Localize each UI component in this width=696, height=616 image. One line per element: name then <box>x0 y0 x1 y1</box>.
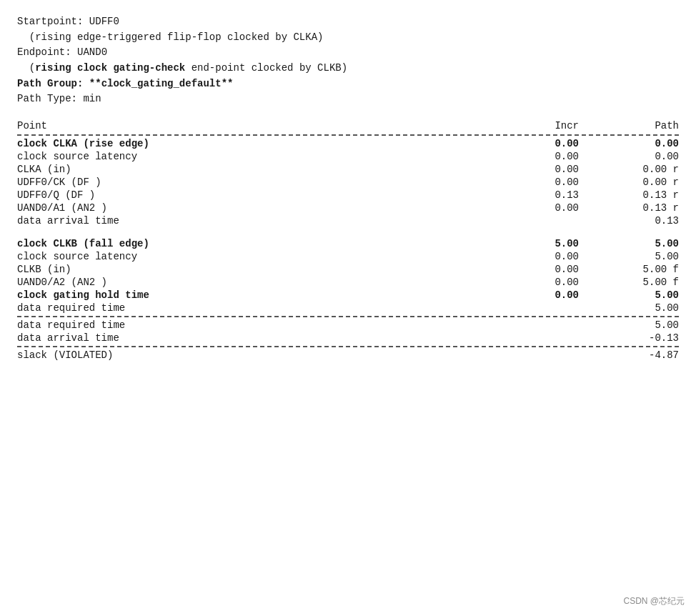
row-incr: 0.00 <box>522 202 607 214</box>
row-point: UDFF0/Q (DF ) <box>17 189 522 202</box>
row-incr <box>522 332 607 344</box>
row-path: -0.13 <box>607 332 679 344</box>
row-point: clock CLKA (rise edge) <box>17 137 522 150</box>
row-path: 5.00 <box>607 237 679 250</box>
table-row: clock CLKA (rise edge)0.000.00 <box>17 137 679 150</box>
row-incr <box>522 302 607 314</box>
row-path: 5.00 <box>607 302 679 314</box>
startpoint-label: Startpoint: <box>17 16 83 27</box>
row-incr: 0.00 <box>522 150 607 163</box>
table-row: CLKA (in)0.000.00 r <box>17 163 679 176</box>
table-row: clock CLKB (fall edge)5.005.00 <box>17 237 679 250</box>
row-path: 0.00 <box>607 137 679 150</box>
table-row: slack (VIOLATED)-4.87 <box>17 349 679 362</box>
row-incr <box>522 214 607 227</box>
row-point: CLKA (in) <box>17 163 522 176</box>
timing-table: Point Incr Path clock CLKA (rise edge)0.… <box>17 119 679 362</box>
row-path: 0.00 r <box>607 176 679 189</box>
table-row: clock source latency0.005.00 <box>17 250 679 263</box>
endpoint-name: UAND0 <box>77 46 107 58</box>
startpoint-detail: (rising edge-triggered flip-flop clocked… <box>17 30 679 46</box>
row-incr <box>522 349 607 362</box>
table-row: UDFF0/CK (DF )0.000.00 r <box>17 176 679 189</box>
row-incr: 0.00 <box>522 163 607 176</box>
row-path: 0.00 <box>607 150 679 163</box>
table-row: clock source latency0.000.00 <box>17 150 679 163</box>
path-group-line: Path Group: **clock_gating_default** <box>17 76 679 92</box>
table-row: data required time5.00 <box>17 302 679 314</box>
table-row: clock gating hold time0.005.00 <box>17 289 679 302</box>
row-point: slack (VIOLATED) <box>17 349 522 362</box>
path-type-label: Path Type: <box>17 93 77 104</box>
row-point: UAND0/A1 (AN2 ) <box>17 202 522 214</box>
row-incr: 0.00 <box>522 137 607 150</box>
row-incr: 0.00 <box>522 250 607 263</box>
row-point: clock source latency <box>17 250 522 263</box>
path-type-line: Path Type: min <box>17 91 679 107</box>
row-incr: 0.00 <box>522 289 607 302</box>
table-row: data required time5.00 <box>17 319 679 332</box>
row-path: 5.00 f <box>607 263 679 276</box>
row-point: data arrival time <box>17 332 522 344</box>
table-row: UDFF0/Q (DF )0.130.13 r <box>17 189 679 202</box>
row-point: clock gating hold time <box>17 289 522 302</box>
startpoint-line: Startpoint: UDFF0 <box>17 14 679 30</box>
row-point: clock CLKB (fall edge) <box>17 237 522 250</box>
row-path: 0.13 r <box>607 189 679 202</box>
path-group-label: Path Group: <box>17 78 83 89</box>
row-path: 5.00 f <box>607 276 679 289</box>
row-path: 0.00 r <box>607 163 679 176</box>
table-row: UAND0/A1 (AN2 )0.000.13 r <box>17 202 679 214</box>
row-point: UAND0/A2 (AN2 ) <box>17 276 522 289</box>
row-point: data arrival time <box>17 214 522 227</box>
table-spacer <box>17 227 679 237</box>
path-group-value: **clock_gating_default** <box>89 78 234 89</box>
row-incr: 0.13 <box>522 189 607 202</box>
row-path: 5.00 <box>607 250 679 263</box>
row-path: 5.00 <box>607 319 679 332</box>
col-header-point: Point <box>17 119 522 133</box>
table-header-row: Point Incr Path <box>17 119 679 133</box>
row-path: 5.00 <box>607 289 679 302</box>
row-incr: 5.00 <box>522 237 607 250</box>
row-incr: 0.00 <box>522 263 607 276</box>
row-incr: 0.00 <box>522 176 607 189</box>
row-path: -4.87 <box>607 349 679 362</box>
row-point: data required time <box>17 302 522 314</box>
row-incr: 0.00 <box>522 276 607 289</box>
row-point: UDFF0/CK (DF ) <box>17 176 522 189</box>
row-path: 0.13 <box>607 214 679 227</box>
startpoint-name: UDFF0 <box>89 16 119 27</box>
col-header-incr: Incr <box>522 119 607 133</box>
endpoint-detail: (rising clock gating-check end-point clo… <box>17 61 679 76</box>
table-row: data arrival time0.13 <box>17 214 679 227</box>
table-row: data arrival time-0.13 <box>17 332 679 344</box>
row-point: clock source latency <box>17 150 522 163</box>
col-header-path: Path <box>607 119 679 133</box>
path-type-value: min <box>83 93 101 104</box>
table-row: UAND0/A2 (AN2 )0.005.00 f <box>17 276 679 289</box>
row-path: 0.13 r <box>607 202 679 214</box>
row-point: CLKB (in) <box>17 263 522 276</box>
endpoint-label: Endpoint: <box>17 46 71 58</box>
row-point: data required time <box>17 319 522 332</box>
timing-report: Startpoint: UDFF0 (rising edge-triggered… <box>17 14 679 362</box>
endpoint-line: Endpoint: UAND0 <box>17 45 679 61</box>
table-row: CLKB (in)0.005.00 f <box>17 263 679 276</box>
row-incr <box>522 319 607 332</box>
watermark: CSDN @芯纪元 <box>623 595 685 607</box>
